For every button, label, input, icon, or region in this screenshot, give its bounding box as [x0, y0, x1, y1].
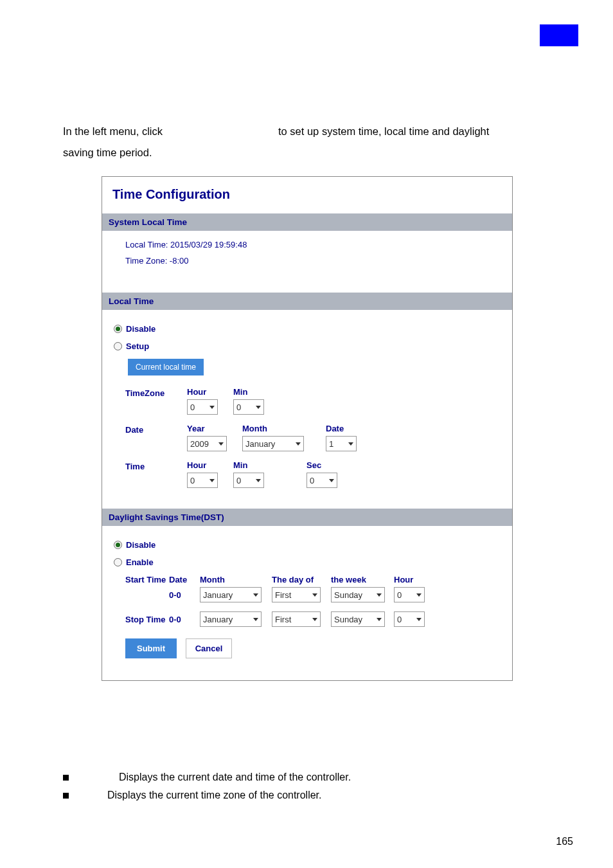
start-time-label: Start Time [114, 575, 169, 584]
bullet-1: Displays the current date and time of th… [119, 772, 351, 783]
system-local-time-header: System Local Time [102, 213, 512, 231]
start-dayof-select[interactable]: First [272, 587, 321, 602]
stop-dayof-value: First [275, 615, 291, 624]
chevron-down-icon [377, 618, 382, 621]
chevron-down-icon [348, 442, 353, 446]
local-time-setup-radio[interactable]: Setup [114, 341, 501, 351]
chevron-down-icon [253, 618, 258, 621]
stop-dayof-select[interactable]: First [272, 611, 321, 627]
current-local-time-button[interactable]: Current local time [128, 359, 204, 375]
stop-hour-select[interactable]: 0 [394, 611, 425, 627]
page-number: 165 [556, 836, 573, 847]
start-week-select[interactable]: Sunday [331, 587, 385, 602]
chevron-down-icon [416, 593, 422, 597]
svg-marker-3 [296, 442, 301, 446]
timezone-value: Time Zone: -8:00 [114, 256, 501, 266]
chevron-down-icon [253, 593, 258, 597]
day-select[interactable]: 1 [326, 436, 357, 451]
start-week-value: Sunday [334, 590, 362, 600]
svg-marker-13 [312, 618, 317, 621]
radio-icon [114, 325, 122, 333]
start-month-value: January [203, 590, 233, 600]
year-label: Year [187, 424, 227, 433]
stop-time-label: Stop Time [114, 615, 169, 624]
stop-date: 0-0 [169, 615, 200, 624]
stop-hour-value: 0 [397, 615, 402, 624]
tz-min-value: 0 [236, 402, 241, 412]
svg-marker-1 [256, 406, 261, 409]
bullet-icon [63, 775, 69, 781]
bullet-2: Displays the current time zone of the co… [107, 790, 322, 801]
svg-marker-8 [253, 593, 258, 597]
min-label: Min [233, 460, 264, 470]
dst-header: Daylight Savings Time(DST) [102, 509, 512, 526]
svg-marker-14 [377, 618, 382, 621]
svg-marker-15 [416, 618, 422, 621]
start-hour-select[interactable]: 0 [394, 587, 425, 602]
dst-disable-radio[interactable]: Disable [114, 540, 501, 550]
chevron-down-icon [218, 442, 224, 446]
svg-marker-11 [416, 593, 422, 597]
month-select[interactable]: January [242, 436, 304, 451]
submit-button[interactable]: Submit [125, 638, 177, 658]
radio-icon [114, 342, 122, 350]
time-min-value: 0 [236, 476, 241, 485]
cancel-button[interactable]: Cancel [186, 638, 233, 658]
date-header: Date [169, 575, 200, 584]
week-header: the week [331, 575, 394, 584]
svg-marker-12 [253, 618, 258, 621]
svg-marker-6 [256, 479, 261, 482]
tz-hour-value: 0 [190, 402, 195, 412]
date-row-label: Date [114, 424, 187, 435]
radio-icon [114, 558, 122, 566]
local-time-header: Local Time [102, 293, 512, 310]
hour-label: Hour [187, 460, 218, 470]
dst-enable-label: Enable [126, 557, 154, 567]
svg-marker-9 [312, 593, 317, 597]
local-time-disable-radio[interactable]: Disable [114, 324, 501, 334]
chevron-down-icon [329, 479, 334, 482]
chevron-down-icon [416, 618, 422, 621]
stop-month-select[interactable]: January [200, 611, 262, 627]
bullet-icon [63, 793, 69, 799]
intro-right: to set up system time, local time and da… [278, 121, 489, 142]
month-label: Month [242, 424, 304, 433]
year-select[interactable]: 2009 [187, 436, 227, 451]
start-month-select[interactable]: January [200, 587, 262, 602]
chevron-down-icon [256, 406, 261, 409]
month-value: January [245, 439, 275, 449]
header-blue-box [540, 24, 578, 46]
stop-week-select[interactable]: Sunday [331, 611, 385, 627]
year-value: 2009 [190, 439, 209, 449]
chevron-down-icon [256, 479, 261, 482]
dst-enable-radio[interactable]: Enable [114, 557, 501, 567]
disable-label: Disable [126, 324, 155, 334]
chevron-down-icon [296, 442, 301, 446]
day-value: 1 [329, 439, 333, 449]
timezone-row-label: TimeZone [114, 387, 187, 398]
chevron-down-icon [209, 479, 215, 482]
start-dayof-value: First [275, 590, 291, 600]
tz-hour-select[interactable]: 0 [187, 399, 218, 415]
dst-disable-label: Disable [126, 540, 155, 550]
intro-line2: saving time period. [63, 142, 574, 163]
time-hour-select[interactable]: 0 [187, 473, 218, 488]
time-sec-select[interactable]: 0 [306, 473, 337, 488]
chevron-down-icon [312, 618, 317, 621]
tz-min-select[interactable]: 0 [233, 399, 264, 415]
time-sec-value: 0 [310, 476, 314, 485]
svg-marker-7 [329, 479, 334, 482]
intro-text: In the left menu, click to set up system… [63, 121, 574, 163]
setup-label: Setup [126, 341, 149, 351]
start-hour-value: 0 [397, 590, 402, 600]
start-date: 0-0 [169, 590, 200, 600]
hour-header: Hour [394, 575, 413, 584]
intro-left: In the left menu, click [63, 121, 163, 142]
chevron-down-icon [312, 593, 317, 597]
chevron-down-icon [377, 593, 382, 597]
local-time-value: Local Time: 2015/03/29 19:59:48 [114, 240, 501, 249]
hour-label: Hour [187, 387, 218, 397]
date-col-label: Date [326, 424, 357, 433]
stop-week-value: Sunday [334, 615, 362, 624]
time-min-select[interactable]: 0 [233, 473, 264, 488]
